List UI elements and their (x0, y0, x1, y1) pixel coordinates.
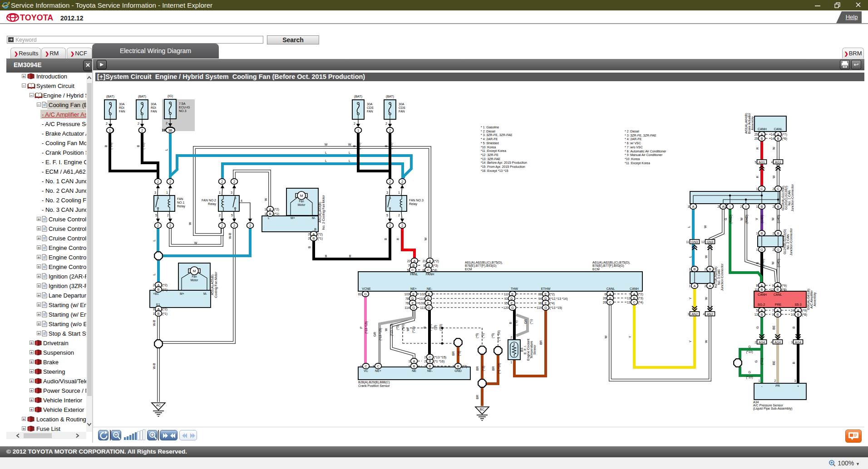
svg-text:CANH: CANH (758, 293, 767, 296)
svg-text:9: 9 (772, 284, 774, 287)
svg-text:Motor: Motor (298, 203, 306, 206)
svg-text:2: 2 (773, 187, 774, 191)
svg-text:3: 3 (453, 365, 454, 368)
svg-text:B: B (509, 322, 512, 324)
svg-text:Motor: Motor (191, 278, 198, 282)
svg-text:* 3 :3ZR-FE, 3ZR-FAE: * 3 :3ZR-FE, 3ZR-FAE (481, 133, 513, 137)
svg-text:BR: BR (539, 340, 542, 345)
svg-text:2: 2 (157, 180, 159, 184)
svg-text:No. 3 CAN: No. 3 CAN (717, 269, 720, 284)
svg-text:W: W (424, 237, 427, 240)
svg-text:I: I (745, 205, 746, 209)
svg-text:(*13 *15): (*13 *15) (550, 306, 562, 310)
svg-text:(*1 *16): (*1 *16) (498, 363, 501, 374)
svg-text:+: + (797, 385, 799, 388)
svg-text:G: G (412, 306, 415, 310)
svg-text:(*1): (*1) (318, 237, 323, 240)
svg-text:P: P (360, 326, 363, 328)
svg-text:G: G (364, 292, 367, 296)
svg-text:FAN NO.2: FAN NO.2 (202, 199, 216, 202)
svg-text:Y: Y (689, 340, 692, 342)
svg-text:94: 94 (538, 297, 542, 300)
svg-text:2: 2 (389, 224, 391, 228)
svg-text:13: 13 (755, 313, 758, 316)
svg-text:G: G (756, 326, 759, 328)
svg-text:B: B (760, 288, 763, 292)
svg-text:B: B (777, 231, 779, 235)
svg-text:G: G (511, 306, 514, 310)
svg-text:G: G (755, 360, 758, 362)
svg-text:NE+: NE+ (410, 287, 417, 290)
svg-text:7: 7 (772, 309, 774, 312)
svg-text:L: L (687, 226, 690, 228)
svg-text:G: G (748, 371, 750, 374)
svg-text:2: 2 (153, 283, 155, 287)
svg-text:109: 109 (419, 302, 424, 305)
svg-text:2: 2 (773, 205, 774, 208)
svg-text:(*1 *16): (*1 *16) (434, 360, 445, 363)
svg-text:B: B (353, 145, 356, 147)
svg-text:A: A (692, 205, 694, 209)
svg-text:B: B (760, 231, 763, 235)
svg-text:1: 1 (153, 312, 155, 315)
svg-text:W: W (705, 255, 708, 258)
svg-text:CDS: CDS (367, 106, 374, 109)
svg-text:(*12,*13 *14): (*12,*13 *14) (550, 297, 568, 301)
svg-text:120: 120 (503, 306, 509, 309)
svg-text:30A: 30A (399, 103, 404, 106)
svg-text:A/C Pressure Sensor: A/C Pressure Sensor (753, 404, 783, 407)
svg-text:GND: GND (454, 369, 462, 372)
svg-text:4: 4 (703, 313, 705, 316)
svg-text:2: 2 (424, 360, 426, 363)
svg-text:No. 2 CAN: No. 2 CAN (786, 234, 789, 249)
svg-text:4: 4 (771, 161, 773, 164)
svg-text:ECM: ECM (465, 268, 472, 271)
svg-text:CANL: CANL (607, 287, 615, 290)
svg-text:(*4): (*4) (550, 302, 555, 305)
svg-text:L: L (268, 216, 270, 220)
svg-text:* 2 :Diesel: * 2 :Diesel (625, 130, 639, 133)
svg-text:*13 :3ZR-FAE: *13 :3ZR-FAE (481, 157, 501, 161)
svg-text:(*7): (*7) (782, 133, 787, 137)
svg-text:2: 2 (773, 232, 774, 235)
svg-text:B: B (308, 246, 311, 248)
svg-text:Y: Y (628, 336, 631, 338)
svg-text:W: W (704, 225, 707, 228)
svg-text:11: 11 (686, 240, 689, 244)
svg-text:B: B (776, 288, 779, 292)
svg-text:W: W (705, 297, 708, 300)
svg-text:AN2: AN2 (691, 313, 698, 316)
svg-text:GR: GR (373, 332, 376, 337)
svg-text:W-B: W-B (153, 320, 156, 326)
svg-text:26: 26 (603, 297, 607, 300)
svg-text:B: B (792, 326, 795, 328)
svg-text:(*2): (*2) (514, 320, 518, 325)
svg-text:FAN NO.3: FAN NO.3 (409, 199, 424, 202)
svg-text:B: B (423, 326, 426, 328)
svg-text:B: B (756, 262, 759, 264)
svg-text:W-B: W-B (153, 363, 156, 369)
svg-text:VCNE: VCNE (362, 287, 371, 290)
svg-text:(*16): (*16) (412, 326, 415, 333)
svg-text:No. 2 Cooling Fan Motor: No. 2 Cooling Fan Motor (322, 195, 326, 230)
svg-text:FANL: FANL (410, 273, 418, 276)
svg-text:2: 2 (233, 180, 235, 184)
svg-text:(*8): (*8) (782, 288, 787, 292)
svg-text:93: 93 (504, 297, 508, 300)
svg-text:2: 2 (510, 336, 512, 339)
svg-text:BE: BE (772, 361, 775, 365)
svg-text:(*2): (*2) (462, 365, 467, 368)
svg-text:Assembly: Assembly (813, 292, 817, 306)
svg-text:G: G (544, 306, 547, 310)
svg-text:2: 2 (424, 365, 426, 368)
svg-text:B76(E),B77(F),B93(G): B76(E),B77(F),B93(G) (592, 264, 624, 268)
svg-text:B: B (760, 137, 763, 141)
svg-text:2: 2 (705, 268, 706, 271)
svg-text:Junction Connector: Junction Connector (789, 228, 793, 255)
svg-text:(*2): (*2) (550, 293, 555, 296)
svg-text:Fan: Fan (299, 200, 304, 203)
svg-text:L: L (349, 151, 350, 154)
svg-text:A34: A34 (753, 401, 759, 404)
svg-text:(*10): (*10) (109, 142, 113, 149)
svg-text:* 8 :Automatic Air Conditioner: * 8 :Automatic Air Conditioner (625, 150, 666, 153)
